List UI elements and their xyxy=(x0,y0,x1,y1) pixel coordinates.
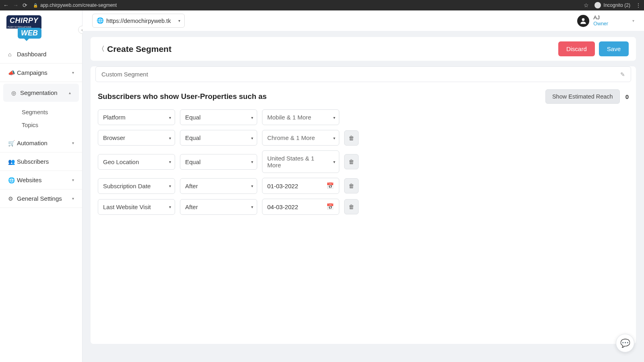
chat-fab[interactable]: 💬 xyxy=(616,334,634,352)
sidebar-item-label: Subscribers xyxy=(17,158,49,165)
edit-icon[interactable]: ✎ xyxy=(620,71,625,78)
browser-forward-icon[interactable]: → xyxy=(13,2,19,8)
subscribers-icon: 👥 xyxy=(8,158,17,165)
rule-row: Subscription Date▾After▾01-03-2022📅🗑 xyxy=(98,178,629,194)
segment-name-input[interactable]: Custom Segment ✎ xyxy=(95,66,631,82)
rule-operator-select[interactable]: After xyxy=(180,199,257,215)
general-settings-icon: ⚙ xyxy=(8,195,17,202)
rule-row: Geo Location▾Equal▾United States & 1 Mor… xyxy=(98,150,629,173)
chat-bubble-icon: 💬 xyxy=(620,338,630,348)
page-title: Create Segment xyxy=(107,44,171,54)
rule-date-input[interactable]: 01-03-2022📅 xyxy=(262,178,339,194)
delete-rule-button[interactable]: 🗑 xyxy=(344,178,359,193)
sidebar-item-subscribers[interactable]: 👥Subscribers xyxy=(0,152,82,171)
rule-property-select[interactable]: Platform xyxy=(98,109,175,125)
trash-icon: 🗑 xyxy=(349,183,354,189)
sidebar-item-automation[interactable]: 🛒Automation▾ xyxy=(0,134,82,152)
automation-icon: 🛒 xyxy=(8,140,17,146)
rule-date-input[interactable]: 04-03-2022📅 xyxy=(262,199,339,215)
delete-rule-button[interactable]: 🗑 xyxy=(344,130,359,146)
sidebar-item-segmentation[interactable]: ◎Segmentation▴ xyxy=(3,84,79,102)
sidebar-item-label: Websites xyxy=(17,177,41,183)
bookmark-star-icon[interactable]: ☆ xyxy=(584,2,589,8)
site-url: https://demochirpyweb.tk xyxy=(106,18,171,24)
site-selector[interactable]: 🌐 https://demochirpyweb.tk ▾ xyxy=(92,14,185,28)
rules-heading: Subscribers who show User-Properties suc… xyxy=(98,92,266,101)
trash-icon: 🗑 xyxy=(349,135,354,141)
sidebar-item-websites[interactable]: 🌐Websites▾ xyxy=(0,171,82,189)
segment-name-placeholder: Custom Segment xyxy=(101,71,148,78)
calendar-icon: 📅 xyxy=(326,182,334,189)
chevron-down-icon: ▾ xyxy=(72,178,74,182)
chevron-down-icon: ▾ xyxy=(178,19,180,23)
rule-operator-select[interactable]: Equal xyxy=(180,109,257,125)
sidebar-item-campaigns[interactable]: 📣Campaigns▾ xyxy=(0,64,82,82)
incognito-icon xyxy=(594,2,601,8)
brand-logo[interactable]: CHIRPY PUSH NOTIFICATIONS WEB xyxy=(0,10,82,43)
user-role: Owner xyxy=(593,21,608,27)
browser-chrome: ← → ⟳ 🔒 app.chirpyweb.com/create-segment… xyxy=(0,0,644,10)
rule-row: Last Website Visit▾After▾04-03-2022📅🗑 xyxy=(98,199,629,215)
rule-property-select[interactable]: Geo Location xyxy=(98,154,175,170)
rule-property-select[interactable]: Last Website Visit xyxy=(98,199,175,215)
incognito-badge: Incognito (2) xyxy=(594,2,630,8)
delete-rule-button[interactable]: 🗑 xyxy=(344,154,359,169)
rule-operator-select[interactable]: After xyxy=(180,178,257,194)
browser-reload-icon[interactable]: ⟳ xyxy=(23,2,27,8)
back-chevron-icon[interactable]: 〈 xyxy=(98,44,105,53)
sidebar-subitem-topics[interactable]: Topics xyxy=(22,119,82,132)
sidebar-item-general-settings[interactable]: ⚙General Settings▾ xyxy=(0,189,82,208)
rule-value-select[interactable]: Mobile & 1 More xyxy=(262,109,339,125)
page-header: 〈 Create Segment Discard Save xyxy=(91,37,636,61)
segment-card: Custom Segment ✎ Subscribers who show Us… xyxy=(91,66,636,344)
rule-property-select[interactable]: Subscription Date xyxy=(98,178,175,194)
trash-icon: 🗑 xyxy=(349,158,354,165)
rule-operator-select[interactable]: Equal xyxy=(180,154,257,170)
browser-url[interactable]: app.chirpyweb.com/create-segment xyxy=(40,2,117,8)
trash-icon: 🗑 xyxy=(349,204,354,210)
rule-value-select[interactable]: Chrome & 1 More xyxy=(262,130,339,146)
user-menu[interactable]: AJ Owner ▾ xyxy=(577,14,634,27)
rule-row: Platform▾Equal▾Mobile & 1 More▾ xyxy=(98,109,629,125)
rule-operator-select[interactable]: Equal xyxy=(180,130,257,146)
estimated-reach-button[interactable]: Show Estimated Reach xyxy=(545,89,620,104)
discard-button[interactable]: Discard xyxy=(558,41,595,56)
browser-menu-icon[interactable]: ⋮ xyxy=(636,2,641,8)
chevron-up-icon: ▴ xyxy=(69,90,71,95)
chevron-down-icon: ▾ xyxy=(632,19,634,23)
segmentation-icon: ◎ xyxy=(11,90,20,96)
rule-property-select[interactable]: Browser xyxy=(98,130,175,146)
rule-value-select[interactable]: United States & 1 More xyxy=(262,150,339,173)
delete-rule-button[interactable]: 🗑 xyxy=(344,199,359,214)
user-avatar-icon xyxy=(577,15,589,27)
estimated-reach-count: 0 xyxy=(625,93,629,100)
sidebar-item-dashboard[interactable]: ⌂Dashboard xyxy=(0,45,82,64)
campaigns-icon: 📣 xyxy=(8,70,17,76)
sidebar-subitem-segments[interactable]: Segments xyxy=(22,106,82,119)
dashboard-icon: ⌂ xyxy=(8,51,17,58)
calendar-icon: 📅 xyxy=(326,203,334,210)
topbar: 🌐 https://demochirpyweb.tk ▾ AJ Owner ▾ xyxy=(83,10,644,31)
globe-icon: 🌐 xyxy=(97,17,104,24)
sidebar: ‹ CHIRPY PUSH NOTIFICATIONS WEB ⌂Dashboa… xyxy=(0,10,83,362)
svg-point-0 xyxy=(582,18,585,21)
sidebar-item-label: Campaigns xyxy=(17,69,47,76)
chevron-down-icon: ▾ xyxy=(72,141,74,145)
sidebar-item-label: Segmentation xyxy=(20,89,58,96)
sidebar-item-label: Dashboard xyxy=(17,51,46,58)
websites-icon: 🌐 xyxy=(8,177,17,183)
sidebar-item-label: Automation xyxy=(17,140,47,146)
browser-back-icon[interactable]: ← xyxy=(3,2,9,8)
chevron-down-icon: ▾ xyxy=(72,70,74,75)
save-button[interactable]: Save xyxy=(599,41,629,56)
lock-icon: 🔒 xyxy=(33,3,38,8)
chevron-down-icon: ▾ xyxy=(72,196,74,201)
user-name: AJ xyxy=(593,14,608,21)
sidebar-item-label: General Settings xyxy=(17,195,62,202)
rule-row: Browser▾Equal▾Chrome & 1 More▾🗑 xyxy=(98,130,629,146)
